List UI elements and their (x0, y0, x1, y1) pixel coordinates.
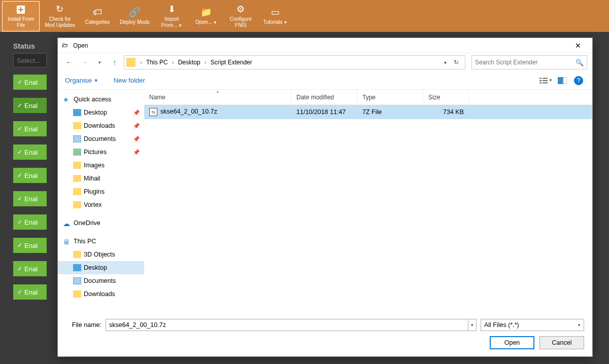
svg-rect-5 (543, 80, 548, 81)
dialog-toolbar: Organise▼ New folder ▼ ? (58, 71, 592, 90)
svg-rect-8 (563, 77, 567, 84)
close-button[interactable]: ✕ (568, 39, 588, 53)
organise-button[interactable]: Organise▼ (65, 77, 98, 84)
breadcrumb-thispc[interactable]: This PC (145, 59, 170, 66)
file-list-header: Name▴ Date modified Type Size (144, 90, 592, 105)
new-folder-button[interactable]: New folder (114, 77, 145, 84)
status-select[interactable] (13, 53, 47, 67)
import-label: Import From... (161, 16, 179, 28)
folder-icon (73, 162, 81, 169)
tree-documents-pc[interactable]: Documents (58, 274, 144, 287)
install-from-file-button[interactable]: Install From File (2, 1, 40, 31)
tree-thispc[interactable]: 🖥This PC (58, 235, 144, 248)
pin-icon: 📌 (133, 110, 140, 116)
recent-dropdown[interactable]: ▾ (93, 56, 106, 68)
col-size[interactable]: Size (423, 90, 469, 104)
enable-button[interactable]: ✓Enal (13, 121, 47, 136)
filename-history-dropdown[interactable]: ▾ (468, 319, 477, 331)
nav-tree[interactable]: ★Quick access Desktop📌 Downloads📌 Docume… (58, 90, 144, 314)
file-filter-select[interactable]: All Files (*.*) ▾ (481, 319, 584, 331)
check-icon: ✓ (17, 219, 22, 226)
refresh-icon: ↻ (56, 4, 63, 15)
folder-icon: 📁 (200, 7, 212, 18)
search-box[interactable]: 🔍 (471, 55, 587, 69)
chevron-down-icon: ▼ (178, 23, 182, 28)
categories-button[interactable]: 🏷 Categories (80, 1, 115, 31)
tutorials-label: Tutorials (263, 19, 282, 25)
enable-button[interactable]: ✓Enal (13, 214, 47, 230)
enable-button[interactable]: ✓Enal (13, 191, 47, 206)
tree-documents[interactable]: Documents📌 (58, 132, 144, 145)
link-icon: 🔗 (129, 7, 140, 18)
enable-button[interactable]: ✓Enal (13, 284, 47, 300)
enable-button[interactable]: ✓Enal (13, 144, 47, 160)
file-open-dialog: 🗁 Open ✕ ← → ▾ ↑ › This PC › Desktop › S… (57, 38, 593, 357)
filename-input[interactable] (106, 319, 468, 331)
tree-mihail[interactable]: Mihail (58, 172, 144, 185)
pin-icon: 📌 (133, 149, 140, 156)
col-date[interactable]: Date modified (291, 90, 357, 104)
tree-downloads-pc[interactable]: Downloads (58, 287, 144, 301)
folder-icon (73, 251, 81, 258)
deploy-label: Deploy Mods (120, 19, 149, 25)
breadcrumb-folder[interactable]: Script Extender (209, 59, 254, 66)
folder-icon (73, 188, 81, 195)
filename-label: File name: (66, 321, 101, 329)
open-button[interactable]: 📁 Open...▼ (189, 1, 223, 31)
search-input[interactable] (475, 59, 576, 66)
document-icon (73, 135, 81, 142)
tree-quick-access[interactable]: ★Quick access (58, 93, 144, 106)
folder-icon (73, 290, 81, 298)
check-icon: ✓ (17, 288, 22, 296)
breadcrumb-desktop[interactable]: Desktop (177, 59, 202, 66)
check-updates-button[interactable]: ↻ Check for Mod Updates (40, 1, 80, 31)
file-row[interactable]: 7zskse64_2_00_10.7z 11/10/2018 11:47 7Z … (144, 105, 592, 119)
breadcrumb-dropdown[interactable]: ▾ (442, 60, 449, 65)
svg-rect-2 (539, 80, 542, 81)
view-options-button[interactable]: ▼ (539, 75, 553, 86)
refresh-button[interactable]: ↻ (450, 59, 463, 66)
chevron-down-icon: ▼ (94, 78, 98, 83)
up-button[interactable]: ↑ (109, 56, 121, 68)
sort-asc-icon: ▴ (217, 90, 219, 94)
tree-vortex[interactable]: Vortex (58, 198, 144, 211)
search-icon: 🔍 (576, 59, 584, 66)
col-type[interactable]: Type (357, 90, 423, 104)
star-icon: ★ (63, 96, 71, 103)
document-icon (73, 277, 81, 284)
tree-images[interactable]: Images (58, 159, 144, 172)
tree-3dobjects[interactable]: 3D Objects (58, 248, 144, 261)
tree-pictures[interactable]: Pictures📌 (58, 145, 144, 159)
file-name: skse64_2_00_10.7z (160, 108, 217, 115)
tree-onedrive[interactable]: ☁OneDrive (58, 216, 144, 230)
deploy-mods-button[interactable]: 🔗 Deploy Mods (115, 1, 154, 31)
tree-plugins[interactable]: Plugins (58, 185, 144, 198)
enable-button[interactable]: ✓Enal (13, 75, 47, 90)
open-file-button[interactable]: Open (490, 336, 534, 349)
breadcrumb[interactable]: › This PC › Desktop › Script Extender ▾ … (124, 55, 465, 69)
forward-button[interactable]: → (78, 56, 90, 68)
preview-pane-button[interactable] (556, 75, 569, 86)
fnis-label: Configure FNIS (230, 16, 252, 28)
folder-icon (73, 201, 81, 208)
cancel-button[interactable]: Cancel (539, 336, 584, 349)
tree-downloads[interactable]: Downloads📌 (58, 119, 144, 132)
check-icon: ✓ (17, 242, 22, 249)
tree-desktop-pc[interactable]: Desktop (58, 261, 144, 274)
open-label: Open... (195, 19, 212, 25)
tree-desktop[interactable]: Desktop📌 (58, 106, 144, 119)
svg-rect-4 (543, 78, 548, 79)
tag-icon: 🏷 (93, 7, 102, 18)
help-button[interactable]: ? (572, 75, 585, 86)
enable-button[interactable]: ✓Enal (13, 238, 47, 253)
enable-button[interactable]: ✓Enal (13, 168, 47, 183)
col-name[interactable]: Name▴ (144, 90, 291, 104)
tutorials-button[interactable]: ▭ Tutorials▼ (258, 1, 292, 31)
back-button[interactable]: ← (63, 56, 75, 68)
import-button[interactable]: ⬇ Import From...▼ (154, 1, 189, 31)
pictures-icon (73, 149, 81, 156)
enable-button[interactable]: ✓Enal (13, 261, 47, 276)
enable-button[interactable]: ✓Enal (13, 98, 47, 113)
check-icon: ✓ (17, 79, 22, 86)
configure-fnis-button[interactable]: ⚙ Configure FNIS (223, 1, 258, 31)
